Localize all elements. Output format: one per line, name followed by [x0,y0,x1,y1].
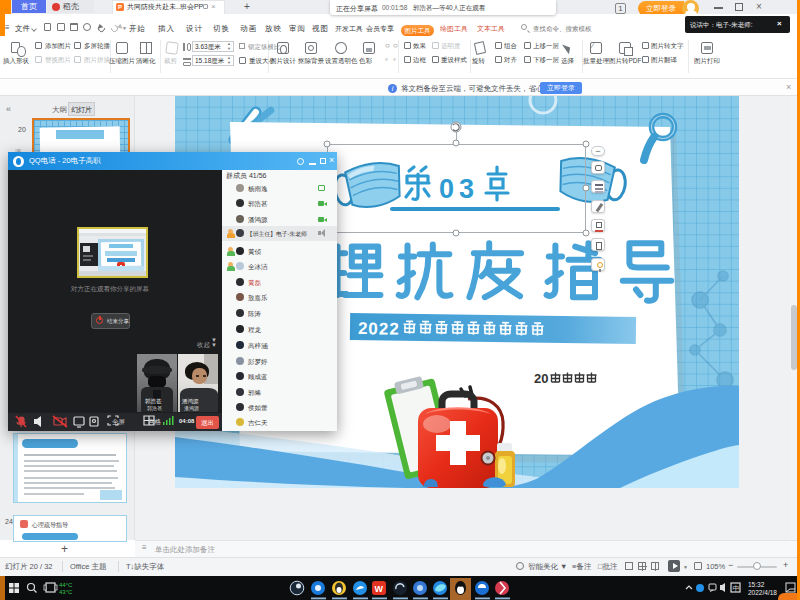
svg-text:2022/4/18: 2022/4/18 [748,589,777,596]
svg-text:44°C: 44°C [59,582,73,588]
svg-text:2022: 2022 [358,319,400,339]
svg-text:W: W [375,584,384,594]
svg-text:20: 20 [534,371,548,386]
svg-text:15:32: 15:32 [748,581,765,588]
svg-text:43°C: 43°C [59,589,73,595]
svg-text:中: 中 [733,585,740,592]
